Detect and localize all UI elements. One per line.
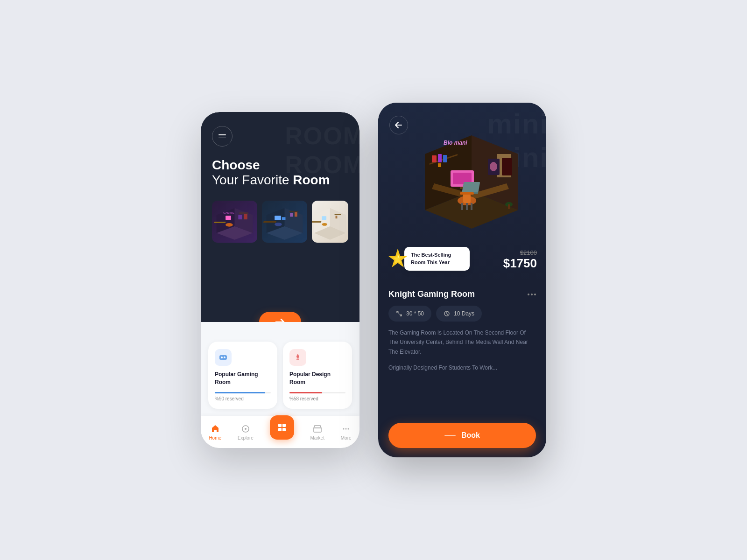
svg-point-25 <box>322 223 328 226</box>
explore-icon <box>240 424 251 434</box>
gaming-progress-wrap <box>215 392 271 393</box>
svg-rect-15 <box>282 217 286 220</box>
dot-3 <box>534 294 536 295</box>
svg-point-41 <box>343 428 345 429</box>
new-price: $1750 <box>503 256 537 271</box>
svg-rect-9 <box>244 214 247 219</box>
home-icon <box>210 424 220 434</box>
svg-rect-69 <box>438 163 441 167</box>
svg-point-16 <box>275 223 282 226</box>
room-name: Knight Gaming Room <box>388 289 475 299</box>
book-button-line <box>444 435 456 436</box>
svg-text:Blo mani: Blo mani <box>444 140 467 146</box>
price-area: $2100 $1750 <box>503 249 537 271</box>
svg-rect-6 <box>239 213 248 214</box>
svg-rect-27 <box>336 216 338 218</box>
gaming-card-title: Popular Gaming Room <box>215 371 271 386</box>
more-icon <box>341 424 351 434</box>
design-card-icon <box>289 349 306 366</box>
options-button[interactable] <box>528 294 536 295</box>
svg-rect-17 <box>289 211 298 212</box>
svg-rect-28 <box>219 355 227 360</box>
svg-rect-18 <box>290 213 293 217</box>
gaming-reserved: %90 reserved <box>215 396 271 401</box>
specs-row: 30 * 50 10 Days <box>388 306 536 322</box>
gaming-card-icon <box>215 349 232 366</box>
dot-1 <box>528 294 529 295</box>
svg-rect-23 <box>312 221 321 223</box>
svg-rect-31 <box>225 357 226 358</box>
room-3d-illustration: Blo mani <box>406 117 546 247</box>
menu-button[interactable] <box>212 126 233 147</box>
svg-rect-62 <box>432 155 437 162</box>
size-value: 30 * 50 <box>406 310 424 317</box>
svg-rect-37 <box>282 424 286 427</box>
svg-point-42 <box>345 428 347 429</box>
room-thumb-2[interactable] <box>262 201 307 243</box>
market-icon <box>312 424 323 434</box>
svg-rect-13 <box>263 221 276 223</box>
svg-point-67 <box>490 162 497 171</box>
svg-rect-38 <box>278 428 282 431</box>
time-value: 10 Days <box>454 310 474 317</box>
room-description-2: Originally Designed For Students To Work… <box>388 363 536 372</box>
hero-title: Choose Your Favorite Room <box>212 158 348 188</box>
room-header: Blo mani ⭐ The Best-Selling Room This Ye… <box>378 103 546 280</box>
nav-explore[interactable]: Explore <box>238 424 254 441</box>
back-button[interactable] <box>389 116 408 134</box>
svg-point-29 <box>221 357 223 358</box>
svg-rect-19 <box>295 212 297 217</box>
svg-rect-58 <box>461 203 463 210</box>
cards-row: Popular Gaming Room %90 reserved Popular… <box>208 342 352 409</box>
design-progress-fill <box>289 392 322 393</box>
nav-more-label: More <box>341 435 352 441</box>
svg-rect-40 <box>314 428 321 432</box>
nav-more[interactable]: More <box>341 424 352 441</box>
svg-rect-56 <box>463 194 471 203</box>
svg-point-35 <box>245 428 247 430</box>
svg-rect-4 <box>226 216 231 220</box>
book-button-label: Book <box>461 431 480 440</box>
design-card-title: Popular Design Room <box>289 371 345 386</box>
room-thumb-3[interactable] <box>312 201 348 243</box>
size-spec: 30 * 50 <box>388 306 431 322</box>
room-thumb-1[interactable]: GAMING <box>212 201 257 243</box>
bottom-nav: Home Explore <box>201 416 359 448</box>
hero-line1: Choose <box>212 158 348 173</box>
gaming-card[interactable]: Popular Gaming Room %90 reserved <box>208 342 277 409</box>
nav-market[interactable]: Market <box>310 424 324 441</box>
svg-rect-36 <box>278 424 282 427</box>
room-description: The Gaming Room Is Located On The Second… <box>388 328 536 357</box>
cards-section: Popular Gaming Room %90 reserved Popular… <box>201 322 359 416</box>
svg-rect-64 <box>443 155 447 162</box>
svg-point-32 <box>296 355 299 358</box>
svg-rect-26 <box>335 214 341 215</box>
hero-line2: Your Favorite Room <box>212 173 348 188</box>
nav-center-button[interactable] <box>270 415 294 440</box>
time-spec: 10 Days <box>436 306 482 322</box>
svg-rect-24 <box>322 216 327 220</box>
svg-rect-60 <box>471 203 472 210</box>
nav-home[interactable]: Home <box>209 424 221 441</box>
nav-explore-label: Explore <box>238 435 254 441</box>
design-progress-wrap <box>289 392 345 393</box>
old-price: $2100 <box>503 249 537 256</box>
design-card[interactable]: Popular Design Room %58 reserved <box>283 342 352 409</box>
svg-rect-63 <box>438 154 442 162</box>
svg-point-5 <box>226 223 233 227</box>
svg-point-43 <box>348 428 349 429</box>
gaming-progress-fill <box>215 392 265 393</box>
nav-market-label: Market <box>310 435 324 441</box>
room-thumbnails: GAMING <box>212 201 348 243</box>
book-button[interactable]: Book <box>388 423 536 448</box>
best-selling-badge: ⭐ The Best-Selling Room This Year <box>388 247 470 271</box>
right-phone: Blo mani ⭐ The Best-Selling Room This Ye… <box>378 103 546 457</box>
room-name-row: Knight Gaming Room <box>388 289 536 299</box>
left-phone: Choose Your Favorite Room <box>201 112 359 448</box>
hero-section: Choose Your Favorite Room <box>201 112 359 322</box>
badge-text: The Best-Selling Room This Year <box>404 247 470 271</box>
svg-rect-57 <box>460 192 474 195</box>
next-button[interactable] <box>259 312 301 322</box>
svg-rect-8 <box>238 215 242 219</box>
svg-rect-53 <box>462 182 480 192</box>
